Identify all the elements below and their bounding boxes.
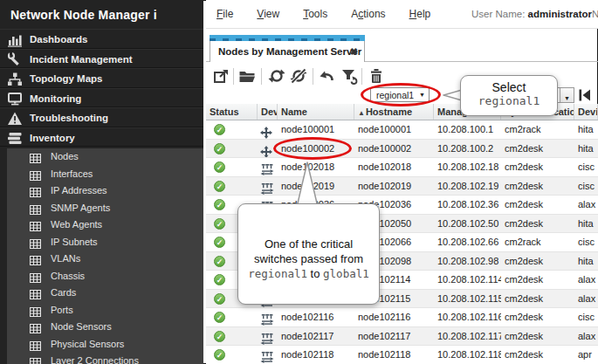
table-row[interactable]: ✓ node102018 node102018 10.208.102.18 cm… [206, 158, 598, 177]
table-row[interactable]: ✓ node102019 node102019 10.208.102.19 cm… [206, 177, 598, 196]
wrench-icon [7, 52, 23, 67]
column-header-device-category[interactable]: Dev [258, 104, 278, 120]
menu-tools[interactable]: Tools [303, 8, 327, 20]
table-row[interactable]: ✓ node100002 node100002 10.208.100.2 cm2… [206, 140, 598, 159]
sidebar-subitem[interactable]: Interfaces [7, 166, 203, 183]
menu-help[interactable]: Help [409, 8, 431, 20]
sidebar-subitem[interactable]: Node Sensors [7, 319, 203, 336]
chevron-down-icon: ▼ [564, 95, 570, 101]
callout-text: Select [461, 80, 557, 94]
sidebar-subitem[interactable]: Cards [7, 285, 203, 302]
refresh-button[interactable] [268, 67, 287, 86]
column-header-name[interactable]: Name [278, 104, 354, 120]
table-row[interactable]: ✓ node102118 node102118 10.208.102.118 c… [206, 346, 598, 364]
system-location-cell: cm2rack [501, 233, 574, 251]
hostname-cell: node102018 [354, 158, 434, 176]
open-folder-button[interactable] [238, 67, 258, 86]
menu-actions[interactable]: Actions [351, 8, 385, 20]
sidebar-subitem[interactable]: Physical Sensors [7, 336, 203, 354]
management-server-dropdown[interactable]: regional1 ▼ [370, 87, 430, 102]
sidebar: Network Node Manager i Dashboards Incide… [0, 0, 203, 364]
sidebar-subitem[interactable]: IP Addresses [7, 182, 203, 200]
system-location-cell: cm2desk [501, 215, 574, 233]
device-profile-cell: alax [574, 290, 598, 308]
sidebar-item-topology-maps[interactable]: Topology Maps [0, 68, 203, 88]
status-normal-icon: ✓ [214, 237, 225, 248]
toolbar-divider [361, 68, 362, 85]
sidebar-item-incident-management[interactable]: Incident Management [0, 49, 203, 69]
table-grid-icon [30, 288, 41, 298]
system-location-cell: cm2desk [501, 140, 574, 158]
column-header-hostname[interactable]: ▲Hostname [354, 104, 434, 120]
sidebar-item-dashboards[interactable]: Dashboards [0, 29, 203, 49]
switch-device-icon [258, 186, 274, 196]
undo-button[interactable] [318, 67, 337, 86]
sidebar-subitem-label: IP Addresses [51, 185, 107, 196]
sidebar-subitem[interactable]: VLANs [7, 251, 203, 268]
management-address-cell: 10.208.100.1 [434, 120, 501, 139]
reset-filter-button[interactable] [340, 67, 360, 86]
sidebar-item-inventory[interactable]: Inventory [0, 127, 203, 148]
column-header-device-profile[interactable]: Device Profile [574, 104, 598, 120]
management-address-cell: 10.208.102.18 [434, 158, 501, 176]
sidebar-item-monitoring[interactable]: Monitoring [0, 88, 203, 108]
sidebar-subitem[interactable]: IP Subnets [7, 234, 203, 251]
clipped-text: NI [592, 9, 598, 19]
table-row[interactable]: ✓ node102116 node102116 10.208.102.116 c… [206, 308, 598, 327]
toolbar-divider [233, 68, 234, 85]
table-grid-icon [30, 237, 41, 247]
tab-label: Nodes by Management Server [218, 46, 361, 57]
management-address-cell: 10.208.102.115 [434, 290, 501, 308]
status-normal-icon: ✓ [214, 293, 225, 305]
monitor-icon [7, 91, 23, 106]
sidebar-subitem[interactable]: Web Agents [7, 216, 203, 234]
toolbar-divider [313, 68, 313, 85]
table-grid-icon [30, 186, 41, 196]
table-row[interactable]: ✓ node102117 node102117 10.208.102.117 c… [206, 327, 598, 347]
refresh-status-off-button[interactable] [290, 67, 309, 86]
close-tab-icon[interactable]: ✖ [350, 46, 358, 58]
tab-nodes-by-management-server[interactable]: Nodes by Management Server ✖ [210, 35, 365, 62]
node-name-cell: node100001 [278, 120, 354, 139]
management-address-cell: 10.208.102.116 [434, 308, 501, 326]
management-address-cell: 10.208.102.66 [434, 233, 501, 251]
dropdown-arrow-button[interactable]: ▼ [560, 88, 574, 102]
system-location-cell: cm2desk [501, 271, 574, 289]
table-grid-icon [30, 220, 41, 230]
sidebar-subitem-label: Layer 2 Connections [51, 355, 139, 364]
topology-icon [7, 72, 23, 87]
open-in-new-window-button[interactable] [212, 67, 231, 86]
active-tab-indicator [210, 35, 365, 41]
table-row[interactable]: ✓ node100001 node100001 10.208.100.1 cm2… [206, 120, 598, 140]
sidebar-subitem[interactable]: Nodes [7, 148, 203, 166]
device-profile-cell: apr [574, 346, 598, 364]
sidebar-subitem[interactable]: Ports [7, 302, 203, 319]
sidebar-subitem-label: Interfaces [51, 168, 93, 179]
node-name-cell: node102018 [278, 158, 354, 176]
sort-ascending-icon: ▲ [358, 109, 365, 117]
sidebar-item-label: Troubleshooting [30, 113, 108, 123]
management-address-cell: 10.208.102.114 [434, 271, 501, 289]
status-normal-icon: ✓ [214, 218, 225, 230]
sidebar-item-label: Monitoring [30, 93, 81, 104]
menu-file[interactable]: File [217, 8, 233, 20]
delete-button[interactable] [368, 67, 387, 86]
management-address-cell: 10.208.102.36 [434, 196, 501, 214]
annotation-callout-select-regional1: Select regional1 [460, 75, 558, 116]
hostname-cell: node100002 [354, 140, 434, 158]
first-page-button[interactable] [578, 88, 592, 102]
system-location-cell: cm2desk [501, 308, 574, 326]
hostname-cell: node102116 [354, 308, 434, 326]
device-profile-cell: cisc [574, 233, 598, 251]
column-header-status[interactable]: Status [206, 104, 258, 120]
sidebar-subitem[interactable]: Layer 2 Connections [7, 353, 203, 364]
sidebar-subitem-label: Nodes [51, 151, 79, 161]
nnmi-console: Network Node Manager i Dashboards Incide… [0, 0, 598, 364]
sidebar-subitem[interactable]: Chassis [7, 268, 203, 285]
management-address-cell: 10.208.102.50 [434, 215, 501, 233]
table-grid-icon [30, 203, 41, 213]
table-grid-icon [30, 306, 41, 315]
menu-view[interactable]: View [257, 8, 279, 20]
sidebar-item-troubleshooting[interactable]: Troubleshooting [0, 107, 203, 127]
sidebar-subitem[interactable]: SNMP Agents [7, 200, 203, 217]
